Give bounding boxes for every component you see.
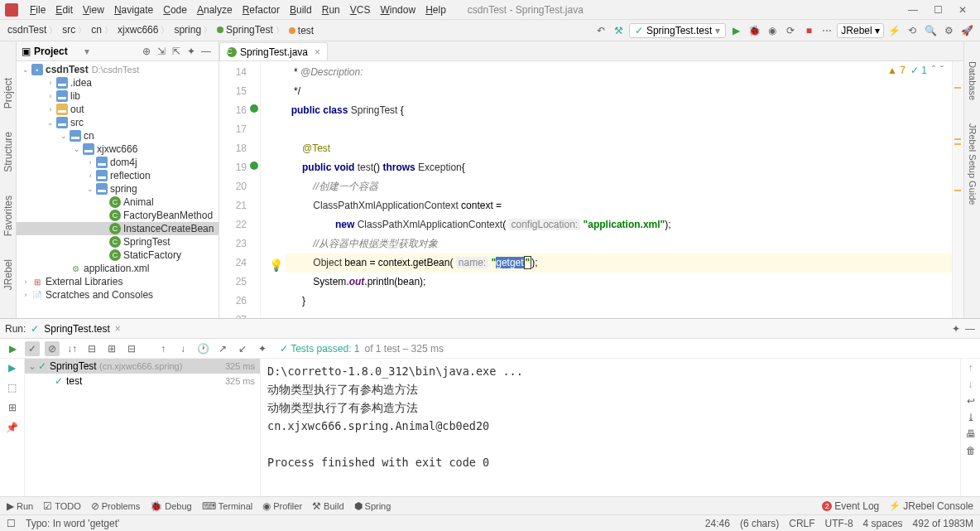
file-encoding[interactable]: UTF-8 xyxy=(825,518,853,529)
menu-window[interactable]: Window xyxy=(375,4,420,16)
close-icon[interactable]: × xyxy=(315,46,320,58)
favorites-tool-tab[interactable]: Favorites xyxy=(2,192,14,239)
tree-item-external-libraries[interactable]: ›⊞External Libraries xyxy=(17,275,219,288)
menu-view[interactable]: View xyxy=(78,4,109,16)
jrebel-tool-tab[interactable]: JRebel xyxy=(2,256,14,293)
jrebel-console-button[interactable]: ⚡ JRebel Console xyxy=(889,500,973,512)
stop-button[interactable]: ■ xyxy=(800,22,817,39)
bottom-tab-todo[interactable]: ☑ TODO xyxy=(43,500,81,512)
collapse-icon[interactable]: ⇱ xyxy=(169,46,184,57)
show-ignored-button[interactable]: ⊘ xyxy=(45,341,60,356)
menu-build[interactable]: Build xyxy=(285,4,317,16)
tree-item-scratches-and-consoles[interactable]: ›📄Scratches and Consoles xyxy=(17,288,219,302)
maximize-button[interactable]: ☐ xyxy=(925,4,950,16)
soft-wrap-icon[interactable]: ↩ xyxy=(967,395,975,407)
tree-item-out[interactable]: ›▬out xyxy=(17,103,219,116)
tree-item-staticfactory[interactable]: CStaticFactory xyxy=(17,249,219,262)
menu-analyze[interactable]: Analyze xyxy=(192,4,238,16)
export-button[interactable]: ↗ xyxy=(215,341,230,356)
pin-icon[interactable]: 📌 xyxy=(5,422,20,437)
close-button[interactable]: ✕ xyxy=(950,4,975,16)
import-button[interactable]: ↙ xyxy=(235,341,250,356)
show-passed-button[interactable]: ✓ xyxy=(25,341,40,356)
jrebel-icon[interactable]: ⚡ xyxy=(886,22,902,39)
event-log-button[interactable]: 2Event Log xyxy=(822,500,879,512)
tree-item-lib[interactable]: ›▬lib xyxy=(17,89,219,103)
project-view-selector[interactable]: ▣ xyxy=(22,46,31,57)
minimize-button[interactable]: — xyxy=(901,4,925,16)
prev-button[interactable]: ↑ xyxy=(156,341,171,356)
bottom-tab-build[interactable]: ⚒ Build xyxy=(312,500,343,512)
hide-icon[interactable]: — xyxy=(199,46,214,57)
bottom-tab-terminal[interactable]: ⌨ Terminal xyxy=(202,500,253,512)
menu-refactor[interactable]: Refactor xyxy=(238,4,285,16)
inspections-widget[interactable]: ▲ 7 ✓ 1 ˆˇ xyxy=(887,65,944,76)
more-button[interactable]: ⋯ xyxy=(819,22,835,39)
stop-icon[interactable]: ⬚ xyxy=(5,382,20,397)
rerun-button[interactable]: ▶ xyxy=(5,341,20,356)
tree-item-instancecreatebean[interactable]: CInstanceCreateBean xyxy=(17,222,219,235)
sort-button[interactable]: ↓↑ xyxy=(65,341,79,356)
collapse-all-button[interactable]: ⊟ xyxy=(124,341,139,356)
rerun-icon[interactable]: ▶ xyxy=(5,362,20,377)
debug-button[interactable]: 🐞 xyxy=(746,22,762,39)
test-row-test[interactable]: ✓test 325 ms xyxy=(25,374,260,389)
tab-springtest[interactable]: C SpringTest.java × xyxy=(219,42,328,60)
tree-item-spring[interactable]: ⌄▬spring xyxy=(17,182,219,196)
hammer-icon[interactable]: ⚒ xyxy=(611,22,627,39)
bottom-tab-problems[interactable]: ⊘ Problems xyxy=(91,500,140,512)
scroll-end-icon[interactable]: ⤓ xyxy=(967,412,975,423)
menu-vcs[interactable]: VCS xyxy=(345,4,376,16)
tree-button[interactable]: ⊟ xyxy=(84,341,99,356)
run-config-selector[interactable]: ✓ SpringTest.test ▾ xyxy=(629,23,726,38)
tree-item-application-xml[interactable]: ⚙application.xml xyxy=(17,262,219,275)
tree-item-reflection[interactable]: ›▬reflection xyxy=(17,169,219,182)
breadcrumb-csdnTest[interactable]: csdnTest xyxy=(5,24,60,36)
test-tree[interactable]: ⌄✓SpringTest (cn.xjxwc666.spring)325 ms✓… xyxy=(25,359,261,496)
test-row-SpringTest[interactable]: ⌄✓SpringTest (cn.xjxwc666.spring)325 ms xyxy=(25,359,260,374)
locate-icon[interactable]: ⊕ xyxy=(139,46,154,57)
project-tree[interactable]: ⌄▪csdnTestD:\csdnTest›▬.idea›▬lib›▬out⌄▬… xyxy=(17,61,219,318)
profile-button[interactable]: ⟳ xyxy=(782,22,799,39)
database-tool-tab[interactable]: Database xyxy=(968,58,978,104)
menu-edit[interactable]: Edit xyxy=(50,4,78,16)
more-options-button[interactable]: ✦ xyxy=(255,341,270,356)
layout-icon[interactable]: ⊞ xyxy=(5,402,20,417)
close-run-tab[interactable]: × xyxy=(115,323,121,335)
status-icon[interactable]: ☐ xyxy=(7,518,16,529)
menu-file[interactable]: File xyxy=(25,4,50,16)
memory-indicator[interactable]: 492 of 1983M xyxy=(913,518,973,529)
gear-icon[interactable]: ✦ xyxy=(184,46,199,57)
breadcrumb-SpringTest[interactable]: SpringTest xyxy=(214,24,286,36)
menu-code[interactable]: Code xyxy=(158,4,192,16)
breadcrumb-spring[interactable]: spring xyxy=(171,24,214,36)
line-separator[interactable]: CRLF xyxy=(789,518,814,529)
tree-item-cn[interactable]: ⌄▬cn xyxy=(17,129,219,142)
menu-run[interactable]: Run xyxy=(317,4,345,16)
settings-icon[interactable]: ⚙ xyxy=(940,22,957,39)
print-icon[interactable]: 🖶 xyxy=(966,428,976,440)
menu-help[interactable]: Help xyxy=(420,4,451,16)
line-gutter[interactable]: 1415161718192021222324💡252627 xyxy=(219,61,261,318)
next-button[interactable]: ↓ xyxy=(175,341,190,356)
breadcrumb-test[interactable]: test xyxy=(286,25,316,36)
code-area[interactable]: * @Description: */ public class SpringTe… xyxy=(261,61,952,318)
tree-root[interactable]: ⌄▪csdnTestD:\csdnTest xyxy=(17,63,219,76)
run-gear-icon[interactable]: ✦ xyxy=(952,323,960,335)
breadcrumb-cn[interactable]: cn xyxy=(89,24,115,36)
expand-icon[interactable]: ⇲ xyxy=(154,46,169,57)
tree-item-animal[interactable]: CAnimal xyxy=(17,196,219,209)
run-button[interactable]: ▶ xyxy=(728,22,744,39)
tree-item-dom4j[interactable]: ›▬dom4j xyxy=(17,156,219,169)
project-tool-tab[interactable]: Project xyxy=(2,75,14,112)
scroll-up-icon[interactable]: ↑ xyxy=(968,362,973,374)
tree-item-factorybeanmethod[interactable]: CFactoryBeanMethod xyxy=(17,209,219,222)
history-button[interactable]: 🕐 xyxy=(195,341,210,356)
bottom-tab-run[interactable]: ▶ Run xyxy=(7,500,33,512)
back-button[interactable]: ↶ xyxy=(593,22,609,39)
search-icon[interactable]: 🔍 xyxy=(922,22,939,39)
caret-position[interactable]: 24:46 xyxy=(705,518,730,529)
clear-icon[interactable]: 🗑 xyxy=(966,445,976,456)
jrebel-rocket-icon[interactable]: 🚀 xyxy=(958,22,975,39)
bottom-tab-profiler[interactable]: ◉ Profiler xyxy=(262,500,302,512)
